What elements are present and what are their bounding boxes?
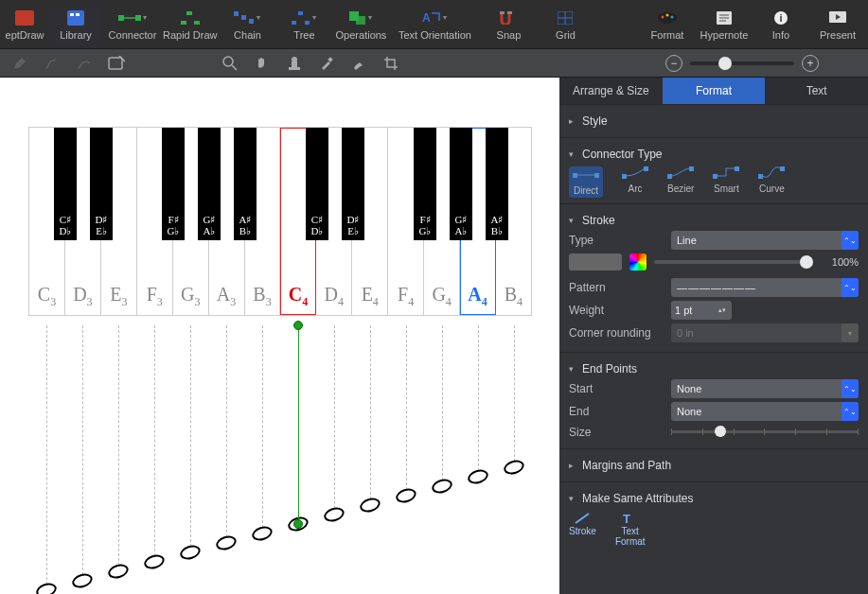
library-icon (67, 9, 84, 27)
panel-tabs: Arrange & Size Format Text (559, 78, 868, 104)
search-icon[interactable] (221, 55, 239, 72)
svg-rect-56 (780, 166, 785, 171)
stamp-icon[interactable] (286, 55, 303, 72)
leader-line (406, 325, 407, 490)
edit-path-icon[interactable] (44, 55, 61, 72)
svg-text:i: i (779, 12, 782, 24)
svg-text:T: T (623, 512, 630, 526)
toolbar-tree[interactable]: ▾ Tree (277, 4, 330, 45)
toolbar-conceptdraw[interactable]: eptDraw (4, 4, 45, 45)
toolbar-connector[interactable]: ▾ Connector (106, 4, 159, 45)
svg-rect-5 (135, 15, 141, 21)
stroke-swatch[interactable] (569, 253, 622, 271)
connector-handle-end[interactable] (293, 519, 303, 529)
toolbar-operations[interactable]: ▾ Operations (334, 4, 387, 45)
svg-rect-20 (507, 11, 512, 14)
leader-line (514, 325, 515, 462)
corner-select: 0 in▾ (671, 323, 859, 342)
leader-line (478, 325, 479, 471)
text-orientation-icon: A▾ (422, 9, 447, 27)
svg-rect-49 (622, 174, 627, 179)
svg-line-41 (232, 65, 237, 70)
toolbar-text-orientation[interactable]: A▾ Text Orientation (391, 4, 478, 45)
connector-icon: ▾ (118, 9, 147, 27)
same-stroke[interactable]: Stroke (569, 511, 596, 547)
info-icon: i (773, 9, 788, 27)
tab-format[interactable]: Format (663, 78, 766, 104)
toolbar-hypernote[interactable]: Hypernote (698, 4, 751, 45)
section-endpoints[interactable]: ▾End Points (569, 362, 859, 376)
connector-bezier[interactable]: Bezier (667, 166, 694, 198)
crop-shape-icon[interactable] (108, 55, 125, 72)
toolbar-format[interactable]: Format (641, 4, 694, 45)
connector-arc[interactable]: Arc (622, 166, 648, 198)
section-stroke[interactable]: ▾Stroke (569, 214, 859, 227)
crop-icon[interactable] (382, 55, 399, 72)
svg-point-40 (223, 57, 233, 66)
connector-curve[interactable]: Curve (758, 166, 785, 198)
tab-text[interactable]: Text (765, 78, 868, 104)
svg-point-44 (292, 57, 297, 62)
zoom-in-button[interactable]: + (802, 55, 819, 72)
note-head (322, 505, 345, 524)
toolbar-grid[interactable]: Grid (539, 4, 592, 45)
leader-line (262, 325, 263, 528)
operations-icon: ▾ (349, 9, 372, 27)
svg-rect-13 (298, 11, 303, 15)
zoom-out-button[interactable]: − (665, 55, 682, 72)
zoom-control: − + (665, 55, 819, 72)
section-style[interactable]: ▸Style (569, 114, 859, 128)
leader-line (190, 325, 191, 547)
white-key-E4: E4 (352, 128, 388, 315)
app-icon (15, 9, 34, 27)
section-margins[interactable]: ▸Margins and Path (569, 459, 859, 472)
section-same-attrs[interactable]: ▾Make Same Attributes (569, 492, 859, 505)
svg-rect-3 (76, 13, 80, 16)
svg-rect-19 (500, 11, 505, 14)
toolbar-present[interactable]: Present (811, 4, 864, 45)
hand-icon[interactable] (254, 55, 271, 72)
white-key-E3: E3 (101, 128, 137, 315)
white-key-B3: B3 (245, 128, 281, 315)
connector-direct[interactable]: Direct (569, 166, 603, 198)
stroke-weight-stepper[interactable]: 1 pt▴▾ (671, 301, 732, 320)
start-select[interactable]: None⌃⌄ (671, 379, 859, 398)
svg-rect-9 (194, 21, 200, 25)
toolbar-chain[interactable]: ▾ Chain (221, 4, 274, 45)
white-key-B4: B4 (496, 128, 531, 315)
white-key-G3: G3 (173, 128, 209, 315)
stroke-color-chip[interactable] (629, 253, 647, 271)
piano-keyboard: C3D3E3F3G3A3B3C4D4E4F4G4A4B4 C♯D♭D♯E♭F♯G… (28, 127, 532, 316)
toolbar-info[interactable]: i Info (754, 4, 807, 45)
end-select[interactable]: None⌃⌄ (671, 402, 859, 421)
sub-toolbar: − + (0, 49, 868, 78)
canvas[interactable]: C3D3E3F3G3A3B3C4D4E4F4G4A4B4 C♯D♭D♯E♭F♯G… (0, 78, 559, 594)
eyedropper-icon[interactable] (318, 55, 335, 72)
selected-connector[interactable] (298, 325, 299, 524)
connector-handle-start[interactable] (293, 321, 303, 330)
brush-icon[interactable] (350, 55, 367, 72)
toolbar-snap[interactable]: Snap (482, 4, 535, 45)
note-head (358, 496, 381, 515)
pen-tool-icon[interactable] (11, 55, 28, 72)
leader-line (442, 325, 443, 480)
stroke-pattern-select[interactable]: ———————⌃⌄ (671, 278, 859, 297)
same-text-format[interactable]: TText Format (615, 511, 646, 547)
connector-smart[interactable]: Smart (713, 166, 739, 198)
endpoint-size-slider[interactable] (671, 430, 859, 433)
toolbar-rapid-draw[interactable]: Rapid Draw (163, 4, 217, 45)
stroke-type-select[interactable]: Line⌃⌄ (671, 231, 859, 250)
svg-point-28 (662, 15, 664, 18)
section-connector-type[interactable]: ▾Connector Type (569, 148, 859, 161)
toolbar-library[interactable]: Library (49, 4, 102, 45)
svg-rect-1 (67, 10, 84, 26)
svg-rect-14 (292, 21, 296, 25)
stroke-opacity-slider[interactable] (654, 260, 813, 264)
white-key-A3: A3 (209, 128, 245, 315)
tab-arrange[interactable]: Arrange & Size (559, 78, 663, 104)
zoom-slider[interactable] (690, 61, 794, 65)
leader-line (154, 325, 155, 556)
curve-tool-icon[interactable] (76, 55, 93, 72)
rapid-draw-icon (181, 9, 200, 27)
leader-line (118, 325, 119, 566)
